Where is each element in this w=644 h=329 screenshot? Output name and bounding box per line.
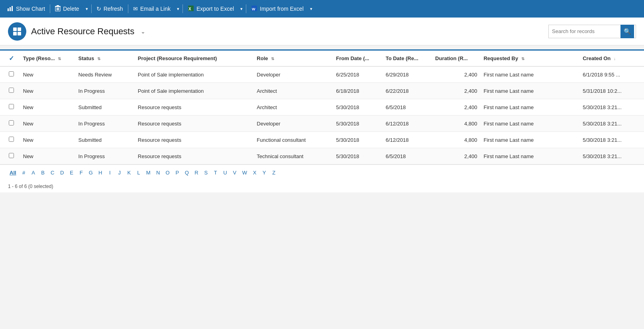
row-from-date-4: 5/30/2018 (333, 132, 382, 148)
table-row[interactable]: New Submitted Resource requests Architec… (0, 99, 644, 116)
alpha-nav-item-v[interactable]: V (231, 169, 238, 176)
row-requested-by-3[interactable]: First name Last name (480, 116, 579, 132)
refresh-button[interactable]: ↻ Refresh (92, 0, 127, 18)
alpha-nav-item-m[interactable]: M (145, 169, 152, 176)
row-project-3: Resource requests (135, 116, 254, 132)
col-header-duration[interactable]: Duration (R... (432, 51, 480, 67)
row-checkbox-2[interactable] (0, 99, 20, 116)
row-created-on-0: 6/1/2018 9:55 ... (579, 67, 644, 83)
svg-rect-6 (59, 8, 59, 10)
table-row[interactable]: New Submitted Resource requests Function… (0, 132, 644, 148)
row-requested-by-5[interactable]: First name Last name (480, 148, 579, 164)
checkbox-3[interactable] (9, 120, 14, 125)
col-requested-by-sort-icon: ⇅ (521, 57, 524, 61)
select-all-header[interactable]: ✓ (0, 51, 20, 67)
checkbox-2[interactable] (9, 104, 14, 109)
records-table: ✓ Type (Reso... ⇅ Status ⇅ Project (Reso… (0, 51, 644, 164)
alpha-nav-item-p[interactable]: P (174, 169, 181, 176)
refresh-label: Refresh (104, 6, 123, 12)
col-requested-by-label: Requested By (483, 55, 518, 61)
alpha-nav-item-g[interactable]: G (87, 169, 94, 176)
row-role-0[interactable]: Developer (253, 67, 333, 83)
title-chevron-icon[interactable]: ⌄ (141, 28, 145, 35)
delete-button[interactable]: Delete (51, 0, 83, 18)
alpha-nav-item-i[interactable]: I (106, 169, 114, 176)
alpha-nav-item-o[interactable]: O (164, 169, 171, 176)
alpha-nav-item-j[interactable]: J (116, 169, 123, 176)
alpha-nav-item-c[interactable]: C (49, 169, 56, 176)
row-role-5[interactable]: Technical consultant (253, 148, 333, 164)
email-link-dropdown[interactable]: ▾ (175, 0, 182, 18)
row-role-1[interactable]: Architect (253, 83, 333, 99)
alpha-nav-item-l[interactable]: L (135, 169, 142, 176)
row-requested-by-1[interactable]: First name Last name (480, 83, 579, 99)
svg-rect-0 (8, 8, 9, 11)
row-role-2[interactable]: Architect (253, 99, 333, 116)
alpha-nav-item-r[interactable]: R (193, 169, 200, 176)
checkbox-4[interactable] (9, 137, 14, 142)
email-link-label: Email a Link (140, 6, 171, 12)
alpha-nav-item-all[interactable]: All (8, 169, 18, 176)
row-role-3[interactable]: Developer (253, 116, 333, 132)
svg-rect-8 (57, 5, 59, 6)
checkbox-0[interactable] (9, 71, 14, 76)
alpha-nav-item-#[interactable]: # (20, 169, 27, 176)
col-header-status[interactable]: Status ⇅ (75, 51, 135, 67)
row-duration-1: 2,400 (432, 83, 480, 99)
row-checkbox-5[interactable] (0, 148, 20, 164)
svg-text:W: W (252, 7, 255, 11)
alpha-nav-item-f[interactable]: F (78, 169, 85, 176)
table-row[interactable]: New In Progress Resource requests Develo… (0, 116, 644, 132)
chart-icon (7, 5, 14, 13)
alpha-nav-item-t[interactable]: T (212, 169, 219, 176)
col-header-project[interactable]: Project (Resource Requirement) (135, 51, 254, 67)
checkbox-5[interactable] (9, 153, 14, 158)
row-role-4[interactable]: Functional consultant (253, 132, 333, 148)
alpha-nav-item-u[interactable]: U (222, 169, 229, 176)
col-header-created-on[interactable]: Created On ↓ (579, 51, 644, 67)
alpha-nav-item-x[interactable]: X (251, 169, 258, 176)
row-requested-by-0[interactable]: First name Last name (480, 67, 579, 83)
page-title: Active Resource Requests (31, 26, 134, 37)
table-row[interactable]: New In Progress Resource requests Techni… (0, 148, 644, 164)
import-dropdown[interactable]: ▾ (308, 0, 315, 18)
alpha-nav-item-a[interactable]: A (30, 169, 37, 176)
delete-dropdown[interactable]: ▾ (83, 0, 90, 18)
row-type-0: New (20, 67, 75, 83)
alpha-nav-item-b[interactable]: B (39, 169, 47, 176)
alpha-nav-item-d[interactable]: D (59, 169, 66, 176)
alpha-nav-item-q[interactable]: Q (183, 169, 190, 176)
table-row[interactable]: New Needs Review Point of Sale implement… (0, 67, 644, 83)
row-requested-by-2[interactable]: First name Last name (480, 99, 579, 116)
col-header-type[interactable]: Type (Reso... ⇅ (20, 51, 75, 67)
alpha-nav-item-z[interactable]: Z (270, 169, 277, 176)
row-type-1: New (20, 83, 75, 99)
alpha-nav-item-e[interactable]: E (68, 169, 75, 176)
col-header-requested-by[interactable]: Requested By ⇅ (480, 51, 579, 67)
table-row[interactable]: New In Progress Point of Sale implementa… (0, 83, 644, 99)
row-checkbox-3[interactable] (0, 116, 20, 132)
show-chart-button[interactable]: Show Chart (3, 0, 49, 18)
table-header-row: ✓ Type (Reso... ⇅ Status ⇅ Project (Reso… (0, 51, 644, 67)
row-requested-by-4[interactable]: First name Last name (480, 132, 579, 148)
col-header-to-date[interactable]: To Date (Re... (383, 51, 432, 67)
col-header-role[interactable]: Role ⇅ (253, 51, 333, 67)
alpha-nav-item-h[interactable]: H (97, 169, 104, 176)
import-excel-button[interactable]: W Import from Excel (247, 0, 308, 18)
email-link-button[interactable]: ✉ Email a Link (129, 0, 175, 18)
alpha-nav-item-w[interactable]: W (241, 169, 249, 176)
alpha-nav-item-s[interactable]: S (202, 169, 210, 176)
row-checkbox-1[interactable] (0, 83, 20, 99)
col-header-from-date[interactable]: From Date (... (333, 51, 382, 67)
alpha-nav-item-k[interactable]: K (126, 169, 133, 176)
alpha-nav-item-y[interactable]: Y (261, 169, 268, 176)
checkbox-1[interactable] (9, 88, 14, 93)
search-button[interactable]: 🔍 (620, 25, 634, 38)
export-excel-button[interactable]: X Export to Excel (184, 0, 238, 18)
search-input[interactable] (549, 25, 620, 38)
row-checkbox-4[interactable] (0, 132, 20, 148)
row-status-0: Needs Review (75, 67, 135, 83)
alpha-nav-item-n[interactable]: N (155, 169, 162, 176)
row-checkbox-0[interactable] (0, 67, 20, 83)
export-dropdown[interactable]: ▾ (238, 0, 245, 18)
